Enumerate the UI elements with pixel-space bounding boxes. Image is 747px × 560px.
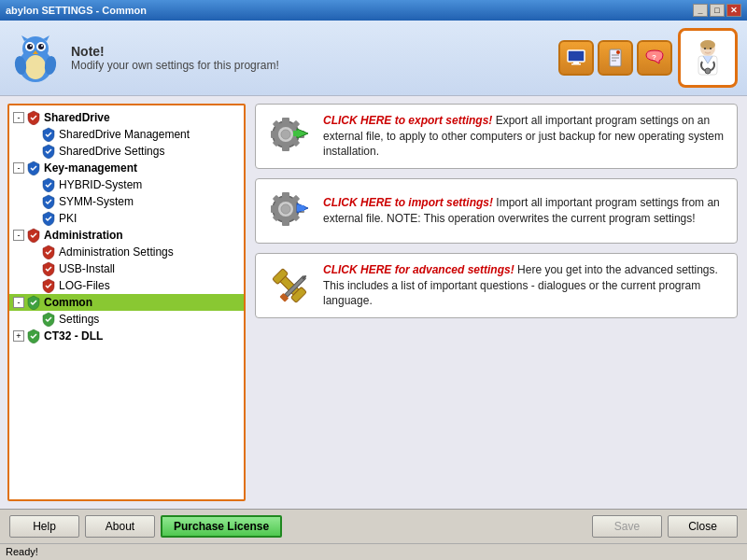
maximize-button[interactable]: □ (710, 4, 725, 17)
shield-icon-sd-settings (41, 144, 56, 159)
import-action-card[interactable]: CLICK HERE to import settings! Import al… (255, 178, 738, 244)
svg-rect-15 (573, 62, 579, 63)
advanced-action-card[interactable]: CLICK HERE for advanced settings! Here y… (255, 253, 738, 318)
expand-common[interactable]: - (13, 297, 24, 308)
shield-icon-ct32 (26, 329, 41, 343)
about-button[interactable]: About (85, 515, 155, 538)
support-button[interactable]: ? (637, 40, 672, 76)
svg-point-26 (705, 68, 711, 74)
sidebar-item-key-management[interactable]: - Key-management (9, 160, 244, 176)
header-text: Note! Modify your own settings for this … (71, 44, 279, 72)
sidebar-item-usb[interactable]: USB-Install (9, 260, 244, 277)
help-button[interactable]: Help (9, 515, 79, 538)
shield-icon-symm (41, 194, 56, 209)
close-button[interactable]: Close (668, 515, 738, 538)
shield-icon-mgmt (41, 127, 56, 142)
mascot-icon (9, 32, 62, 84)
svg-rect-33 (271, 131, 276, 138)
sidebar-item-hybrid[interactable]: HYBRID-System (9, 176, 244, 193)
note-description: Modify your own settings for this progra… (71, 59, 279, 72)
hybrid-label: HYBRID-System (59, 178, 142, 191)
admin-settings-label: Administration Settings (59, 245, 174, 259)
svg-point-7 (30, 45, 32, 47)
sidebar-item-administration[interactable]: - Administration (9, 227, 244, 244)
sidebar-item-shareddrive[interactable]: - SharedDrive (9, 109, 244, 126)
sidebar-item-ct32[interactable]: + CT32 - DLL (9, 328, 244, 344)
right-panel: CLICK HERE to export settings! Export al… (246, 96, 747, 509)
svg-point-8 (41, 45, 43, 47)
expand-key-mgmt[interactable]: - (13, 162, 24, 174)
import-card-text: CLICK HERE to import settings! Import al… (323, 195, 727, 227)
pki-label: PKI (59, 212, 77, 225)
svg-rect-32 (282, 146, 289, 151)
svg-point-21 (616, 50, 620, 54)
svg-point-28 (710, 48, 712, 49)
header-buttons: ? (558, 40, 672, 76)
svg-rect-14 (568, 50, 585, 62)
common-label: Common (44, 296, 92, 309)
svg-rect-46 (271, 205, 276, 213)
administration-label: Administration (44, 229, 123, 242)
svg-point-6 (38, 44, 44, 49)
expand-admin[interactable]: - (13, 230, 24, 241)
window-controls: _ □ ✕ (693, 4, 741, 17)
key-management-label: Key-management (44, 161, 137, 175)
minimize-button[interactable]: _ (693, 4, 708, 17)
export-action-card[interactable]: CLICK HERE to export settings! Export al… (255, 104, 738, 169)
sidebar-item-settings[interactable]: Settings (9, 311, 244, 328)
svg-point-24 (700, 40, 715, 49)
sidebar-item-common[interactable]: - Common (9, 294, 244, 311)
settings-label: Settings (59, 313, 99, 326)
export-click-label: CLICK HERE to export settings! (323, 114, 492, 127)
svg-rect-45 (282, 220, 289, 226)
advanced-icon (265, 261, 314, 310)
export-card-text: CLICK HERE to export settings! Export al… (323, 113, 727, 160)
monitor-button[interactable] (558, 40, 594, 76)
doctor-icon[interactable] (678, 28, 738, 88)
header-left: Note! Modify your own settings for this … (9, 32, 279, 84)
svg-text:?: ? (652, 53, 656, 62)
usb-label: USB-Install (59, 262, 115, 275)
note-title: Note! (71, 44, 279, 59)
sidebar-item-symm[interactable]: SYMM-System (9, 193, 244, 210)
main-window: Note! Modify your own settings for this … (0, 21, 747, 560)
sidebar-item-log[interactable]: LOG-Files (9, 277, 244, 294)
svg-point-39 (281, 130, 290, 139)
content-area: - SharedDrive SharedDrive Management Sha… (0, 96, 747, 509)
save-button[interactable]: Save (592, 515, 662, 538)
expand-ct32[interactable]: + (13, 330, 24, 342)
advanced-click-label: CLICK HERE for advanced settings! (323, 263, 514, 276)
shield-icon-pki (41, 211, 56, 226)
info-button[interactable] (598, 40, 633, 76)
shield-icon-usb (41, 261, 56, 276)
status-text: Ready! (6, 546, 38, 557)
shield-icon-admin-settings (41, 245, 56, 259)
svg-rect-44 (282, 192, 289, 198)
sidebar-item-shareddrive-mgmt[interactable]: SharedDrive Management (9, 126, 244, 143)
bottom-left-buttons: Help About Purchase License (9, 515, 282, 538)
shield-icon-key-mgmt (26, 161, 41, 175)
svg-rect-31 (282, 118, 289, 123)
svg-point-5 (27, 44, 33, 49)
import-click-label: CLICK HERE to import settings! (323, 196, 493, 209)
purchase-button[interactable]: Purchase License (161, 515, 282, 538)
shield-icon-hybrid (41, 177, 56, 192)
sidebar-item-shareddrive-settings[interactable]: SharedDrive Settings (9, 143, 244, 160)
svg-rect-54 (297, 205, 304, 211)
sidebar: - SharedDrive SharedDrive Management Sha… (7, 104, 246, 501)
window-title: abylon SETTINGS - Common (6, 5, 147, 16)
svg-point-27 (704, 48, 706, 49)
close-window-button[interactable]: ✕ (726, 4, 741, 17)
symm-label: SYMM-System (59, 195, 134, 208)
expand-shareddrive[interactable]: - (13, 112, 24, 123)
advanced-card-text: CLICK HERE for advanced settings! Here y… (323, 262, 727, 309)
shield-icon-common (26, 295, 41, 310)
shield-icon-settings (41, 312, 56, 327)
bottom-right-buttons: Save Close (592, 515, 738, 538)
sidebar-item-admin-settings[interactable]: Administration Settings (9, 244, 244, 260)
shield-icon-log (41, 278, 56, 293)
shield-icon-shareddrive (26, 110, 41, 125)
shield-icon-admin (26, 228, 41, 243)
sidebar-item-pki[interactable]: PKI (9, 210, 244, 227)
shareddrive-label: SharedDrive (44, 111, 110, 124)
